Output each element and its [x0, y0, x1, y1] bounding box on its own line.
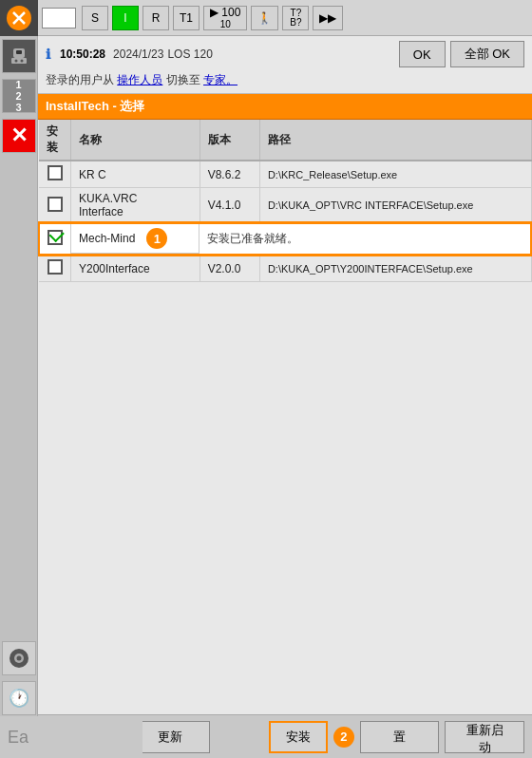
- row-path-cell: D:\KUKA_OPT\VRC INTERFACE\Setup.exe: [259, 188, 531, 224]
- forward-button[interactable]: ▶▶: [313, 6, 343, 30]
- date-text: 2024/1/23: [113, 47, 163, 61]
- gear-icon: [9, 648, 29, 669]
- sidebar-robot-icon[interactable]: [2, 39, 36, 73]
- table-row[interactable]: Y200InterfaceV2.0.0D:\KUKA_OPT\Y200INTER…: [39, 255, 531, 282]
- header-section: ℹ 10:50:28 2024/1/23 LOS 120 OK 全部 OK 登录…: [38, 36, 532, 94]
- reboot-button[interactable]: 重新启动: [445, 721, 524, 753]
- user-bar: 登录的用户从 操作人员 切换至 专家。: [38, 72, 532, 93]
- svg-point-8: [16, 656, 21, 661]
- user-to-link[interactable]: 专家。: [203, 73, 238, 86]
- row-version-cell: V2.0.0: [200, 255, 259, 282]
- table-row[interactable]: KR CV8.6.2D:\KRC_Release\Setup.exe: [39, 161, 531, 188]
- row-annotation: 1: [146, 228, 167, 249]
- row-name-cell: KUKA.VRCInterface: [71, 188, 200, 224]
- user-switch-text: 切换至: [166, 73, 203, 86]
- reset-button[interactable]: 置: [360, 721, 440, 753]
- row-version-cell: V8.6.2: [200, 161, 259, 188]
- user-from-link[interactable]: 操作人员: [117, 73, 162, 86]
- robot-icon: [8, 45, 30, 67]
- sidebar-num-icon: 123: [2, 79, 36, 113]
- left-sidebar: 123 ✕ 🕐 👤: [0, 36, 38, 758]
- timestamp: 10:50:28: [60, 47, 105, 61]
- checkbox-icon: [48, 165, 63, 180]
- row-path-cell: D:\KUKA_OPT\Y200INTERFACE\Setup.exe: [259, 255, 531, 282]
- checkbox-icon: [48, 259, 63, 275]
- los-text: LOS 120: [167, 47, 212, 61]
- position-input[interactable]: 0: [42, 8, 76, 28]
- checkbox-icon: [48, 197, 63, 212]
- r-button[interactable]: R: [142, 6, 169, 30]
- ok-all-button[interactable]: 全部 OK: [450, 41, 524, 67]
- install-annotation: 2: [333, 727, 354, 748]
- window-title: InstallTech - 选择: [38, 94, 532, 120]
- bottom-left-text: Ea: [0, 716, 142, 758]
- table-row[interactable]: KUKA.VRCInterfaceV4.1.0D:\KUKA_OPT\VRC I…: [39, 188, 531, 224]
- row-path-cell: D:\KRC_Release\Setup.exe: [259, 161, 531, 188]
- user-label: 登录的用户从: [46, 73, 114, 86]
- settings-icon[interactable]: [2, 641, 36, 675]
- walk-button[interactable]: 🚶: [251, 6, 278, 30]
- ok-button[interactable]: OK: [399, 41, 446, 67]
- logo-area: [0, 0, 38, 36]
- update-button[interactable]: 更新: [131, 721, 211, 753]
- checkbox-icon: [48, 230, 63, 245]
- close-button[interactable]: ✕: [2, 119, 36, 153]
- col-version-header: 版本: [200, 120, 259, 161]
- row-checkbox-cell[interactable]: [39, 255, 71, 282]
- row-name-cell: Mech-Mind1: [71, 224, 200, 254]
- install-button[interactable]: 安装: [269, 721, 328, 753]
- play-button[interactable]: ▶ 100 10: [203, 6, 247, 30]
- install-table: 安装 名称 版本 路径 KR CV8.6.2D:\KRC_Release\Set…: [38, 120, 532, 282]
- table-row[interactable]: Mech-Mind1安装已准备就绪。: [39, 223, 531, 255]
- t1-button[interactable]: T1: [173, 6, 200, 30]
- i-button[interactable]: I: [112, 6, 139, 30]
- table-header-row: 安装 名称 版本 路径: [39, 120, 531, 161]
- row-status-cell: 安装已准备就绪。: [200, 223, 531, 255]
- row-checkbox-cell[interactable]: [39, 188, 71, 224]
- info-icon: ℹ: [46, 47, 50, 62]
- ok-buttons-area: OK 全部 OK: [399, 41, 524, 67]
- col-path-header: 路径: [259, 120, 531, 161]
- row-checkbox-cell[interactable]: [39, 161, 71, 188]
- col-install-header: 安装: [39, 120, 71, 161]
- row-name-cell: KR C: [71, 161, 200, 188]
- main-area: ℹ 10:50:28 2024/1/23 LOS 120 OK 全部 OK 登录…: [38, 36, 532, 758]
- svg-point-5: [20, 60, 23, 63]
- row-version-cell: V4.1.0: [200, 188, 259, 224]
- s-button[interactable]: S: [82, 6, 108, 30]
- col-name-header: 名称: [71, 120, 200, 161]
- svg-point-4: [14, 60, 17, 63]
- clock-icon[interactable]: 🕐: [2, 681, 36, 715]
- info-bar: ℹ 10:50:28 2024/1/23 LOS 120: [46, 47, 213, 62]
- tp-button[interactable]: T?B?: [282, 6, 309, 30]
- row-checkbox-cell[interactable]: [39, 223, 71, 255]
- svg-rect-2: [16, 50, 22, 54]
- kuka-logo-icon: [6, 5, 32, 31]
- install-table-container: 安装 名称 版本 路径 KR CV8.6.2D:\KRC_Release\Set…: [38, 120, 532, 714]
- top-toolbar: 0 S I R T1 ▶ 100 10 🚶 T?B? ▶▶: [0, 0, 532, 36]
- svg-rect-3: [11, 58, 27, 64]
- row-name-text: Mech-Mind: [79, 232, 135, 245]
- row-name-cell: Y200Interface: [71, 255, 200, 282]
